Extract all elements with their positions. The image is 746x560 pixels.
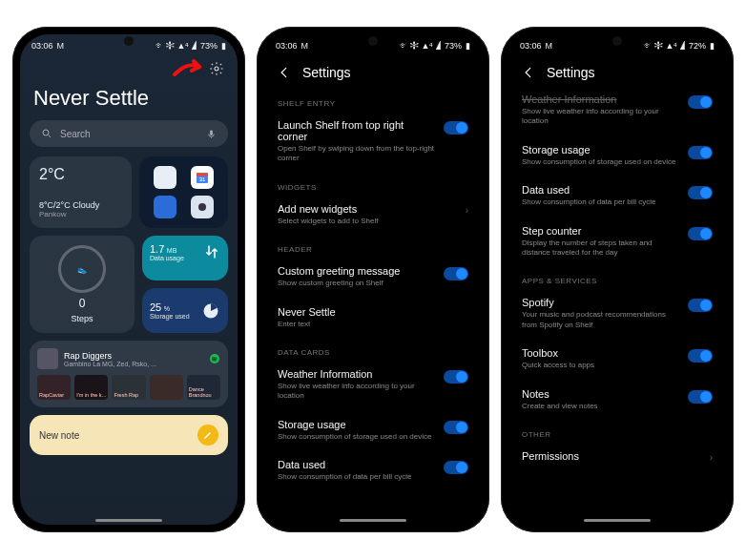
- app-grid-widget[interactable]: 31: [139, 156, 228, 228]
- toggle-greeting[interactable]: [444, 267, 468, 280]
- playlist-thumb[interactable]: RapCaviar: [37, 375, 71, 400]
- item-never-settle[interactable]: Never SettleEnter text: [264, 299, 482, 339]
- weather-temp: 2°C: [39, 166, 122, 183]
- svg-point-1: [43, 130, 49, 135]
- status-battery: 73%: [200, 41, 218, 51]
- storage-tile[interactable]: 25 % Storage used: [142, 288, 228, 333]
- toggle-weather[interactable]: [444, 370, 468, 384]
- album-cover: [37, 348, 58, 369]
- back-icon[interactable]: [278, 66, 291, 79]
- home-indicator[interactable]: [340, 519, 406, 522]
- chevron-right-icon: ›: [466, 205, 468, 216]
- gear-icon[interactable]: [209, 61, 224, 76]
- search-placeholder: Search: [60, 129, 91, 139]
- item-weather[interactable]: Weather InformationShow live weather inf…: [264, 361, 482, 411]
- steps-ring: 👟: [58, 245, 106, 293]
- item-greeting[interactable]: Custom greeting messageShow custom greet…: [264, 258, 482, 298]
- app-icon[interactable]: [154, 166, 176, 189]
- home-indicator[interactable]: [584, 519, 651, 522]
- storage-value: 25: [150, 301, 161, 313]
- playlist-thumb[interactable]: I'm in the k...: [74, 375, 108, 400]
- status-time: 03:06: [31, 41, 53, 51]
- svg-line-2: [49, 135, 52, 138]
- toggle-steps[interactable]: [688, 227, 713, 240]
- weather-location: Pankow: [39, 210, 122, 218]
- steps-count: 0: [79, 297, 86, 310]
- item-notes[interactable]: NotesCreate and view notes: [508, 381, 726, 421]
- status-battery: 72%: [689, 41, 706, 51]
- steps-widget[interactable]: 👟 0 Steps: [30, 236, 135, 333]
- mic-icon[interactable]: [206, 129, 217, 139]
- status-battery: 73%: [445, 41, 462, 51]
- new-note-widget[interactable]: New note: [30, 415, 228, 455]
- battery-icon: ▮: [710, 41, 715, 51]
- item-data-used[interactable]: Data usedShow consumption of data per bi…: [264, 451, 482, 491]
- svg-point-0: [215, 67, 218, 71]
- pie-chart-icon: [201, 301, 220, 321]
- status-time: 03:06: [520, 41, 542, 51]
- item-weather-tail[interactable]: Weather InformationShow live weather inf…: [508, 90, 726, 136]
- toggle-weather[interactable]: [688, 95, 713, 109]
- note-label: New note: [39, 430, 79, 441]
- folder-app-icon[interactable]: [154, 196, 176, 218]
- storage-label: Storage used: [150, 313, 190, 320]
- search-icon: [41, 128, 52, 139]
- battery-icon: ▮: [221, 41, 226, 51]
- item-data-used[interactable]: Data usedShow consumption of data per bi…: [508, 176, 726, 217]
- steps-label: Steps: [71, 314, 93, 323]
- camera-cutout: [612, 36, 622, 46]
- svg-rect-3: [210, 130, 213, 135]
- phone-shelf: 03:06 M ᯤ ✻ ▲⁴ ◢ 73% ▮ Never Settle Sear…: [12, 27, 245, 532]
- weather-widget[interactable]: 2°C 8°C/2°C Cloudy Pankow: [30, 156, 132, 228]
- toggle-data-used[interactable]: [688, 186, 713, 199]
- spotify-widget[interactable]: Rap Diggers Gambino La MG, Zed, Rsko, ..…: [30, 341, 228, 407]
- toggle-notes[interactable]: [688, 390, 713, 404]
- playlist-artists: Gambino La MG, Zed, Rsko, ...: [64, 361, 203, 367]
- item-storage[interactable]: Storage usageShow consumption of storage…: [508, 136, 726, 176]
- item-toolbox[interactable]: ToolboxQuick access to apps: [508, 340, 726, 380]
- toggle-storage[interactable]: [688, 146, 713, 159]
- item-permissions[interactable]: Permissions ›: [508, 443, 726, 472]
- phone-settings-2: 03:06M ᯤ ✻ ▲⁴ ◢72%▮ Settings Weather Inf…: [501, 27, 734, 532]
- svg-text:31: 31: [199, 176, 206, 182]
- pencil-icon[interactable]: [197, 425, 218, 446]
- toggle-toolbox[interactable]: [688, 349, 713, 363]
- settings-title: Settings: [547, 65, 595, 80]
- section-header: HEADER: [264, 236, 482, 258]
- data-value: 1.7: [150, 243, 164, 255]
- item-add-widgets[interactable]: Add new widgetsSelect widgets to add to …: [264, 196, 482, 236]
- data-label: Data usage: [150, 255, 184, 261]
- phone-settings-1: 03:06M ᯤ ✻ ▲⁴ ◢73%▮ Settings SHELF ENTRY…: [257, 27, 489, 532]
- item-step-counter[interactable]: Step counterDisplay the number of steps …: [508, 218, 726, 268]
- playlist-thumb[interactable]: Dance Brandnou: [187, 375, 220, 400]
- section-shelf-entry: SHELF ENTRY: [264, 90, 482, 112]
- item-launch-shelf[interactable]: Launch Shelf from top right cornerOpen S…: [264, 112, 482, 174]
- item-spotify[interactable]: SpotifyYour music and podcast recommenda…: [508, 289, 726, 340]
- shelf-header: Never Settle: [20, 78, 238, 120]
- playlist-thumb[interactable]: Fresh Rap: [112, 375, 145, 400]
- svg-rect-5: [197, 174, 208, 176]
- toggle-spotify[interactable]: [688, 299, 713, 312]
- playlist-title: Rap Diggers: [64, 351, 203, 361]
- shoe-icon: 👟: [77, 265, 87, 274]
- battery-icon: ▮: [466, 41, 470, 51]
- data-transfer-icon: [203, 243, 220, 260]
- gmail-icon: M: [57, 41, 65, 51]
- section-data-cards: DATA CARDS: [264, 339, 482, 361]
- toggle-launch-shelf[interactable]: [444, 121, 468, 135]
- spotify-icon: [209, 353, 220, 364]
- gmail-icon: M: [301, 41, 309, 51]
- back-icon[interactable]: [522, 66, 535, 79]
- camera-app-icon[interactable]: [191, 196, 214, 218]
- item-storage[interactable]: Storage usageShow consumption of storage…: [264, 411, 482, 451]
- settings-title: Settings: [302, 65, 351, 80]
- svg-point-8: [210, 354, 219, 363]
- search-input[interactable]: Search: [30, 120, 228, 147]
- toggle-storage[interactable]: [444, 421, 468, 434]
- data-usage-tile[interactable]: 1.7 MB Data usage: [142, 236, 228, 280]
- playlist-thumb[interactable]: [150, 375, 183, 400]
- calendar-app-icon[interactable]: 31: [191, 166, 214, 189]
- toggle-data-used[interactable]: [444, 461, 468, 474]
- chevron-right-icon: ›: [710, 452, 713, 463]
- home-indicator[interactable]: [95, 519, 162, 522]
